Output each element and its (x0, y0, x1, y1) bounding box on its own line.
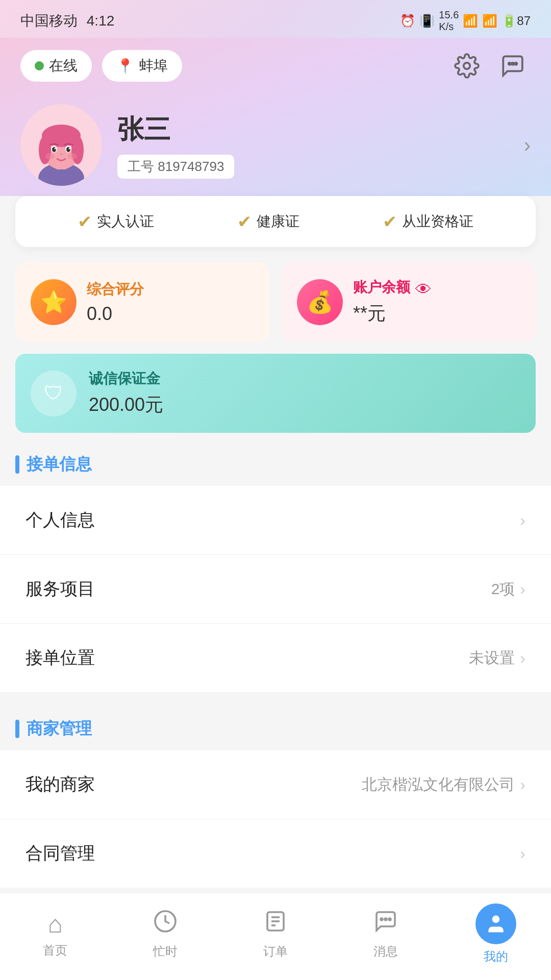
deposit-info: 诚信保证金 200.00元 (89, 369, 163, 418)
online-label: 在线 (49, 56, 78, 76)
main-content: ✔ 实人认证 ✔ 健康证 ✔ 从业资格证 ⭐ 综合评分 0.0 💰 (0, 196, 551, 964)
nav-home[interactable]: ⌂ 首页 (14, 910, 96, 959)
section-bar-merchant (15, 720, 19, 738)
svg-point-2 (512, 63, 514, 65)
rating-value: 0.0 (87, 303, 144, 325)
rating-icon-wrap: ⭐ (31, 279, 77, 325)
cert-check-icon-1: ✔ (78, 211, 92, 232)
nav-orders-label: 订单 (263, 943, 288, 960)
personal-info-right: › (520, 511, 525, 530)
balance-card[interactable]: 💰 账户余额 👁 **元 (282, 262, 536, 341)
cert-qualification-label: 从业资格证 (402, 212, 473, 231)
services-arrow-icon: › (520, 580, 525, 599)
cert-qualification[interactable]: ✔ 从业资格证 (383, 211, 473, 232)
alarm-icon: ⏰ (400, 14, 415, 28)
location-arrow-icon: › (520, 649, 525, 668)
merchant-menu: 我的商家 北京楷泓文化有限公司 › 合同管理 › (0, 750, 551, 888)
svg-point-13 (52, 147, 56, 152)
balance-label: 账户余额 (353, 278, 410, 297)
online-badge[interactable]: 在线 (20, 50, 92, 82)
nav-messages-label: 消息 (373, 943, 398, 960)
personal-info-label: 个人信息 (26, 508, 95, 532)
cert-real-name[interactable]: ✔ 实人认证 (78, 211, 154, 232)
profile-section[interactable]: 张三 工号 819748793 › (20, 104, 531, 186)
nav-messages[interactable]: 消息 (345, 909, 427, 960)
svg-point-17 (60, 153, 63, 155)
cert-check-icon-2: ✔ (237, 211, 252, 232)
eye-icon[interactable]: 👁 (415, 280, 432, 299)
certifications-card: ✔ 实人认证 ✔ 健康证 ✔ 从业资格证 (15, 196, 536, 247)
battery-icon: 🔋87 (502, 14, 531, 28)
profile-name: 张三 (117, 112, 509, 148)
location-pin-icon: 📍 (116, 58, 134, 75)
home-icon: ⌂ (48, 910, 63, 938)
cert-check-icon-3: ✔ (383, 211, 397, 232)
contract-arrow-icon: › (520, 844, 525, 863)
profile-employee-id: 工号 819748793 (117, 155, 234, 179)
vibrate-icon: 📳 (419, 14, 435, 28)
services-label: 服务项目 (26, 577, 95, 601)
mine-icon-bg (475, 903, 516, 944)
svg-point-1 (509, 63, 511, 65)
balance-icon-wrap: 💰 (297, 279, 343, 325)
nav-orders[interactable]: 订单 (235, 909, 316, 960)
services-right: 2项 › (491, 579, 525, 600)
my-merchant-label: 我的商家 (26, 773, 95, 796)
svg-point-27 (389, 918, 391, 920)
rating-icon: ⭐ (40, 289, 67, 314)
rating-card[interactable]: ⭐ 综合评分 0.0 (15, 262, 269, 341)
location-right: 未设置 › (469, 648, 525, 669)
contract-right: › (520, 844, 525, 863)
svg-point-10 (71, 136, 84, 164)
support-button[interactable] (495, 48, 531, 84)
svg-point-15 (55, 148, 56, 150)
cert-health[interactable]: ✔ 健康证 (237, 211, 299, 232)
my-merchant-value: 北京楷泓文化有限公司 (362, 774, 515, 795)
busy-icon (153, 909, 178, 939)
location-label: 蚌埠 (139, 56, 168, 76)
location-label: 接单位置 (26, 646, 95, 670)
nav-busy-label: 忙时 (153, 943, 178, 960)
top-bar-left: 在线 📍 蚌埠 (20, 50, 182, 82)
svg-point-28 (492, 916, 500, 923)
contract-label: 合同管理 (26, 842, 95, 865)
svg-point-18 (45, 153, 55, 159)
svg-point-25 (381, 918, 383, 920)
deposit-value: 200.00元 (89, 393, 163, 418)
my-merchant-arrow-icon: › (520, 775, 525, 794)
nav-mine[interactable]: 我的 (455, 903, 537, 965)
menu-item-contract[interactable]: 合同管理 › (0, 819, 551, 888)
balance-info: 账户余额 👁 **元 (353, 278, 432, 326)
settings-button[interactable] (449, 48, 485, 84)
svg-point-26 (385, 918, 387, 920)
deposit-icon: 🛡 (44, 382, 63, 404)
nav-busy[interactable]: 忙时 (124, 909, 206, 960)
services-value: 2项 (491, 579, 515, 600)
order-info-title: 接单信息 (27, 453, 92, 476)
menu-item-personal-info[interactable]: 个人信息 › (0, 486, 551, 555)
nav-home-label: 首页 (43, 942, 67, 959)
online-dot (35, 61, 44, 70)
deposit-icon-wrap: 🛡 (31, 371, 77, 416)
cert-health-label: 健康证 (257, 212, 299, 231)
menu-item-location[interactable]: 接单位置 未设置 › (0, 624, 551, 692)
svg-point-3 (515, 63, 517, 65)
balance-label-row: 账户余额 👁 (353, 278, 432, 301)
cert-real-name-label: 实人认证 (97, 212, 154, 231)
menu-item-services[interactable]: 服务项目 2项 › (0, 555, 551, 624)
svg-point-19 (68, 153, 77, 159)
orders-icon (263, 909, 288, 939)
svg-point-16 (69, 148, 70, 150)
rating-info: 综合评分 0.0 (87, 280, 144, 325)
location-badge[interactable]: 📍 蚌埠 (102, 50, 182, 82)
merchant-section-header: 商家管理 (0, 697, 551, 745)
profile-arrow-icon[interactable]: › (524, 134, 531, 157)
balance-icon: 💰 (307, 289, 333, 314)
location-value: 未设置 (469, 648, 515, 669)
rating-label: 综合评分 (87, 280, 144, 299)
deposit-card[interactable]: 🛡 诚信保证金 200.00元 (15, 354, 536, 433)
wifi-icon: 📶 (463, 14, 478, 28)
top-bar-right (449, 48, 531, 84)
menu-item-my-merchant[interactable]: 我的商家 北京楷泓文化有限公司 › (0, 750, 551, 819)
messages-icon (373, 909, 398, 939)
